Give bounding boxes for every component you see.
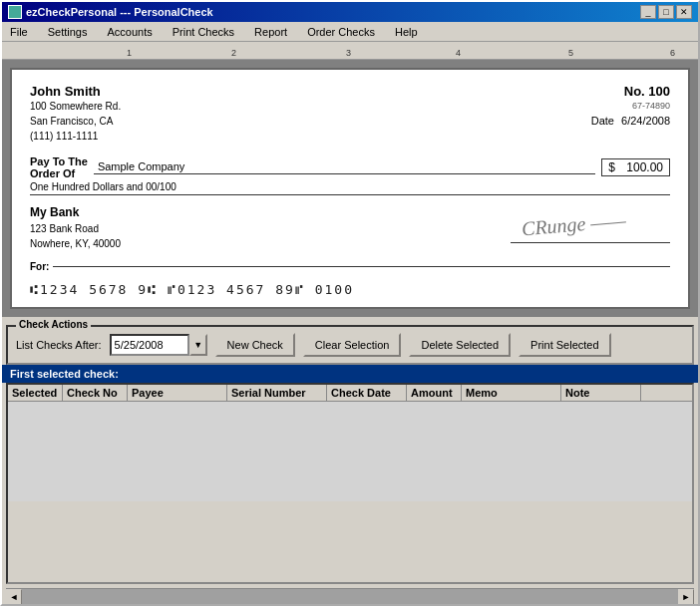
- print-selected-button[interactable]: Print Selected: [519, 333, 610, 357]
- check-address: 100 Somewhere Rd. San Francisco, CA (111…: [30, 99, 121, 144]
- ruler-mark-1: 1: [127, 48, 132, 58]
- date-picker[interactable]: ▼: [110, 334, 207, 356]
- menu-help[interactable]: Help: [391, 25, 422, 39]
- bank-info: My Bank 123 Bank Road Nowhere, KY, 40000: [30, 203, 121, 251]
- ruler: 1 2 3 4 5 6: [2, 42, 698, 60]
- table-body: [8, 402, 692, 501]
- menu-file[interactable]: File: [6, 25, 32, 39]
- app-icon: [8, 5, 22, 19]
- list-after-date-input[interactable]: [110, 334, 189, 356]
- col-memo: Memo: [462, 385, 561, 401]
- clear-selection-button[interactable]: Clear Selection: [303, 333, 402, 357]
- list-checks-after-label: List Checks After:: [16, 339, 102, 351]
- check-amount: 100.00: [626, 160, 663, 174]
- check-actions-panel: Check Actions List Checks After: ▼ New C…: [6, 325, 694, 365]
- check-date: 6/24/2008: [621, 115, 670, 127]
- micr-line: ⑆1234 5678 9⑆ ⑈0123 4567 89⑈ 0100: [30, 282, 670, 297]
- dollar-sign: $: [608, 160, 615, 174]
- for-label: For:: [30, 261, 49, 272]
- window-controls[interactable]: _ □ ✕: [640, 5, 692, 19]
- date-label: Date: [591, 115, 614, 127]
- close-button[interactable]: ✕: [676, 5, 692, 19]
- ruler-mark-6: 6: [670, 48, 675, 58]
- check-container: John Smith 100 Somewhere Rd. San Francis…: [2, 60, 698, 317]
- pay-to-label: Pay To TheOrder Of: [30, 155, 88, 179]
- menu-print-checks[interactable]: Print Checks: [169, 25, 238, 39]
- minimize-button[interactable]: _: [640, 5, 656, 19]
- first-selected-header: First selected check:: [2, 365, 698, 383]
- check-id: 67-74890: [591, 101, 670, 111]
- col-note: Note: [561, 385, 641, 401]
- table-header-row: Selected Check No Payee Serial Number Ch…: [8, 385, 692, 402]
- delete-selected-button[interactable]: Delete Selected: [409, 333, 511, 357]
- ruler-mark-4: 4: [456, 48, 461, 58]
- check-actions-label: Check Actions: [16, 319, 91, 330]
- content-area: John Smith 100 Somewhere Rd. San Francis…: [2, 60, 698, 604]
- date-dropdown-button[interactable]: ▼: [189, 334, 207, 356]
- written-amount: One Hundred Dollars and 00/100: [30, 181, 670, 195]
- check-table: Selected Check No Payee Serial Number Ch…: [6, 383, 694, 584]
- window-title: ezCheckPersonal --- PersonalCheck: [26, 6, 213, 18]
- signature-image: CRunge ——: [521, 208, 627, 240]
- menu-order-checks[interactable]: Order Checks: [303, 25, 379, 39]
- main-window: ezCheckPersonal --- PersonalCheck _ □ ✕ …: [0, 0, 700, 606]
- scroll-right-button[interactable]: ►: [678, 589, 694, 605]
- menu-accounts[interactable]: Accounts: [103, 25, 156, 39]
- col-check-date: Check Date: [327, 385, 407, 401]
- check-amount-box: $ 100.00: [601, 158, 670, 176]
- check-display: John Smith 100 Somewhere Rd. San Francis…: [10, 68, 690, 309]
- col-check-no: Check No: [63, 385, 128, 401]
- new-check-button[interactable]: New Check: [215, 333, 295, 357]
- check-number: No. 100: [591, 84, 670, 99]
- bottom-area: Check Actions List Checks After: ▼ New C…: [2, 317, 698, 604]
- check-account-name: John Smith: [30, 84, 121, 99]
- signature-area: CRunge ——: [511, 203, 670, 253]
- for-line: [53, 266, 670, 267]
- menu-settings[interactable]: Settings: [44, 25, 92, 39]
- ruler-mark-3: 3: [346, 48, 351, 58]
- menu-bar: File Settings Accounts Print Checks Repo…: [2, 22, 698, 42]
- scroll-track[interactable]: [22, 589, 678, 604]
- maximize-button[interactable]: □: [658, 5, 674, 19]
- col-selected: Selected: [8, 385, 63, 401]
- col-payee: Payee: [128, 385, 227, 401]
- payee-name: Sample Company: [94, 160, 595, 174]
- ruler-mark-5: 5: [568, 48, 573, 58]
- menu-report[interactable]: Report: [250, 25, 291, 39]
- title-bar: ezCheckPersonal --- PersonalCheck _ □ ✕: [2, 2, 698, 22]
- scroll-left-button[interactable]: ◄: [6, 589, 22, 605]
- horizontal-scrollbar[interactable]: ◄ ►: [6, 588, 694, 604]
- col-serial-number: Serial Number: [227, 385, 327, 401]
- col-amount: Amount: [407, 385, 462, 401]
- ruler-mark-2: 2: [231, 48, 236, 58]
